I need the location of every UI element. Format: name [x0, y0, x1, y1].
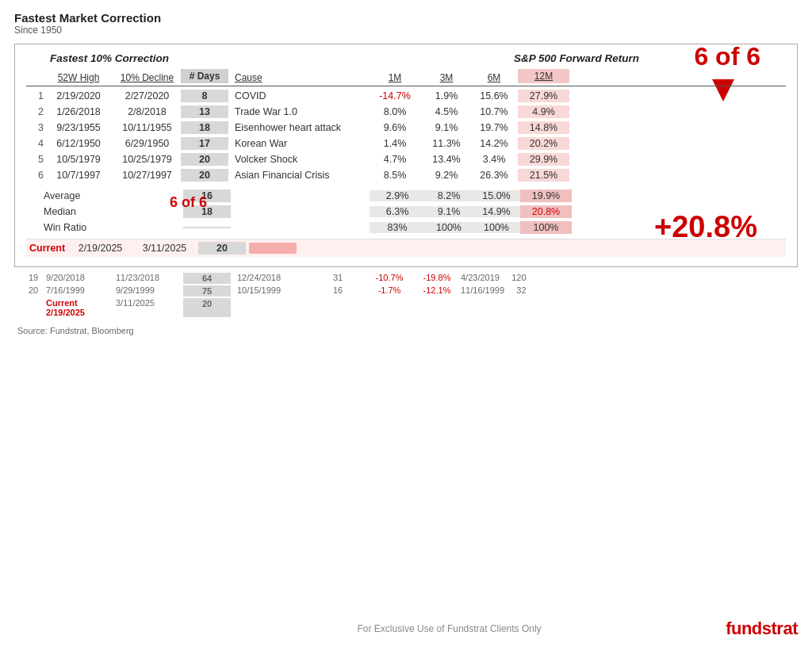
cell-1m: 1.4%: [367, 138, 423, 149]
cell-6m: 26.3%: [470, 170, 518, 181]
cell-num: 2: [26, 106, 44, 117]
col-header-3m: 3M: [423, 72, 470, 83]
col-header-6m: 6M: [470, 72, 518, 83]
sum-12m: 100%: [520, 221, 572, 234]
cell-52w: 6/12/1950: [44, 138, 113, 149]
logo-part1: fund: [726, 618, 762, 638]
sum-1m: 2.9%: [370, 190, 425, 201]
cell-num: 3: [26, 122, 44, 133]
footer: For Exclusive Use of Fundstrat Clients O…: [0, 618, 812, 639]
sum-1m: 83%: [370, 222, 425, 233]
cell-num: 6: [26, 170, 44, 181]
cell-cause: Eisenhower heart attack: [228, 122, 367, 133]
col-header-days: # Days: [181, 69, 228, 83]
cell-cause: COVID: [228, 90, 367, 101]
current-label: Current: [26, 243, 70, 254]
sum-3m: 9.1%: [425, 206, 473, 217]
cell-days: 17: [181, 137, 228, 150]
footer-disclaimer: For Exclusive Use of Fundstrat Clients O…: [173, 623, 726, 634]
sum-1m: 6.3%: [370, 206, 425, 217]
col-header-12m: 12M: [518, 69, 569, 83]
summary-row: Average 16 2.9% 8.2% 15.0% 19.9%: [26, 188, 786, 204]
sum-6m: 100%: [473, 222, 520, 233]
cell-days: 18: [181, 121, 228, 134]
cell-cause: Asian Financial Crisis: [228, 170, 367, 181]
annotation-return: +20.8%: [654, 210, 757, 244]
cell-cause: Korean War: [228, 138, 367, 149]
logo-part2: strat: [762, 618, 798, 638]
cell-1m: 9.6%: [367, 122, 423, 133]
sum-3m: 100%: [425, 222, 473, 233]
cell-10d: 2/27/2020: [113, 90, 181, 101]
left-section-header: Fastest 10% Correction: [26, 52, 367, 64]
footer-logo: fundstrat: [726, 618, 798, 639]
box-headers: Fastest 10% Correction S&P 500 Forward R…: [26, 52, 786, 64]
cell-10d: 2/8/2018: [113, 106, 181, 117]
cell-cause: Trade War 1.0: [228, 106, 367, 117]
cell-days: 8: [181, 90, 228, 102]
cell-6m: 15.6%: [470, 90, 518, 101]
table-row: 4 6/12/1950 6/29/1950 17 Korean War 1.4%…: [26, 136, 786, 151]
table-row: 6 10/7/1997 10/27/1997 20 Asian Financia…: [26, 167, 786, 183]
cell-10d: 10/11/1955: [113, 122, 181, 133]
col-header-cause: Cause: [228, 72, 367, 83]
cell-52w: 1/26/2018: [44, 106, 113, 117]
cell-52w: 10/7/1997: [44, 170, 113, 181]
cell-6m: 10.7%: [470, 106, 518, 117]
cell-3m: 1.9%: [423, 90, 470, 101]
sum-label: Average: [26, 190, 113, 201]
cell-12m: 4.9%: [518, 105, 569, 118]
cell-6m: 19.7%: [470, 122, 518, 133]
current-52w: 2/19/2025: [70, 243, 131, 254]
cell-num: 5: [26, 154, 44, 165]
cell-days: 20: [181, 153, 228, 166]
cell-3m: 11.3%: [423, 138, 470, 149]
main-table-box: Fastest 10% Correction S&P 500 Forward R…: [14, 44, 798, 267]
page-title: Fastest Market Correction: [14, 11, 798, 25]
cell-12m: 27.9%: [518, 90, 569, 102]
table-row: 2 1/26/2018 2/8/2018 13 Trade War 1.0 8.…: [26, 104, 786, 120]
sum-12m: 19.9%: [520, 190, 572, 202]
table-row: 1 2/19/2020 2/27/2020 8 COVID -14.7% 1.9…: [26, 88, 786, 104]
col-header-52w: 52W High: [44, 72, 113, 83]
cell-52w: 9/23/1955: [44, 122, 113, 133]
cell-num: 4: [26, 138, 44, 149]
cell-12m: 21.5%: [518, 169, 569, 182]
col-header-10d: 10% Decline: [113, 72, 181, 83]
sum-6m: 14.9%: [473, 206, 520, 217]
cell-days: 20: [181, 169, 228, 182]
source-line: Source: Fundstrat, Bloomberg: [14, 326, 798, 335]
cell-6m: 3.4%: [470, 154, 518, 165]
sum-label: Median: [26, 206, 113, 217]
hidden-current-row: Current 2/19/2025 3/11/2025 20: [29, 297, 798, 318]
cell-12m: 29.9%: [518, 153, 569, 166]
cell-3m: 9.1%: [423, 122, 470, 133]
cell-3m: 9.2%: [423, 170, 470, 181]
table-row: 3 9/23/1955 10/11/1955 18 Eisenhower hea…: [26, 120, 786, 136]
cell-days: 13: [181, 105, 228, 118]
page-subtitle: Since 1950: [14, 25, 798, 36]
sum-days: [183, 227, 231, 228]
cell-10d: 10/25/1979: [113, 154, 181, 165]
current-10d: 3/11/2025: [131, 243, 198, 254]
column-headers: 52W High 10% Decline # Days Cause 1M 3M …: [26, 69, 786, 86]
annotation-6of6-inner: 6 of 6: [170, 194, 207, 211]
hidden-rows-section: 19 9/20/2018 11/23/2018 64 12/24/2018 31…: [14, 272, 798, 318]
current-days: 20: [198, 242, 246, 255]
data-rows: 1 2/19/2020 2/27/2020 8 COVID -14.7% 1.9…: [26, 88, 786, 183]
cell-1m: 8.5%: [367, 170, 423, 181]
sum-12m: 20.8%: [520, 205, 572, 218]
current-progress-bar: [249, 243, 297, 254]
cell-1m: -14.7%: [367, 90, 423, 101]
hidden-row: 20 7/16/1999 9/29/1999 75 10/15/1999 16 …: [29, 285, 798, 297]
table-row: 5 10/5/1979 10/25/1979 20 Volcker Shock …: [26, 151, 786, 167]
col-header-1m: 1M: [367, 72, 423, 83]
cell-10d: 6/29/1950: [113, 138, 181, 149]
cell-10d: 10/27/1997: [113, 170, 181, 181]
sum-6m: 15.0%: [473, 190, 520, 201]
sum-label: Win Ratio: [26, 222, 113, 233]
cell-3m: 13.4%: [423, 154, 470, 165]
hidden-row: 19 9/20/2018 11/23/2018 64 12/24/2018 31…: [29, 272, 798, 285]
cell-1m: 8.0%: [367, 106, 423, 117]
cell-52w: 10/5/1979: [44, 154, 113, 165]
